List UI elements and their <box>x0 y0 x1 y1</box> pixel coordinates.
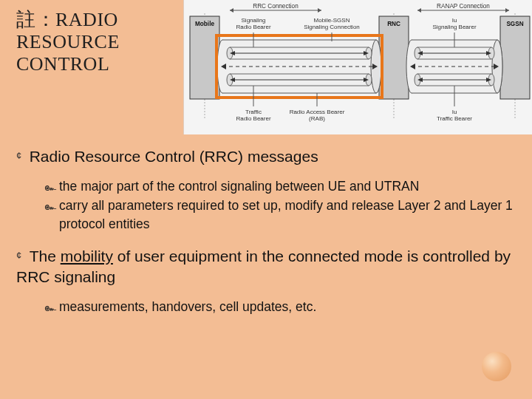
bullet-icon: ¢ <box>16 150 21 161</box>
bullet-2: ¢ The mobility of user equipment in the … <box>16 246 516 288</box>
slide-body: ¢ Radio Resource Control (RRC) messages … <box>16 146 516 330</box>
swirl-icon: ๛ <box>44 200 56 212</box>
bullet-2-text: The mobility of user equipment in the co… <box>16 248 511 285</box>
node-rnc: RNC <box>387 21 400 27</box>
bullet-1-sub-1: ๛the major part of the control signaling… <box>44 177 516 195</box>
underlined-word: mobility <box>61 248 113 265</box>
bullet-2-sub-1: ๛measurements, handovers, cell updates, … <box>44 298 516 316</box>
network-diagram: RRC Connection RANAP Connection Mobile R… <box>183 0 532 134</box>
title-line-2: RESOURCE <box>16 31 142 53</box>
title-line-1: 註：RADIO <box>16 9 142 31</box>
bullet-icon: ¢ <box>16 250 21 261</box>
slide-title: 註：RADIO RESOURCE CONTROL <box>16 9 142 75</box>
bullet-1-sub-1-text: the major part of the control signaling … <box>59 179 419 194</box>
swirl-icon: ๛ <box>44 301 56 313</box>
cylinder-right <box>406 40 502 93</box>
node-mobile: Mobile <box>195 21 214 27</box>
bullet-2-sub-1-text: measurements, handovers, cell updates, e… <box>59 299 316 314</box>
bullet-2-subs: ๛measurements, handovers, cell updates, … <box>44 298 516 316</box>
cylinder-left <box>217 40 381 93</box>
bullet-1: ¢ Radio Resource Control (RRC) messages <box>16 146 516 167</box>
svg-rect-12 <box>500 16 530 99</box>
page-indicator-dot <box>482 352 511 381</box>
bullet-1-text: Radio Resource Control (RRC) messages <box>30 148 318 165</box>
label-ranap: RANAP Connection <box>437 3 490 10</box>
swirl-icon: ๛ <box>44 181 56 193</box>
bullet-1-sub-2-text: carry all parameters required to set up,… <box>59 198 513 231</box>
node-sgsn: SGSN <box>506 21 523 27</box>
title-line-3: CONTROL <box>16 53 142 75</box>
bullet-1-subs: ๛the major part of the control signaling… <box>44 177 516 232</box>
label-rrc: RRC Connection <box>253 3 299 10</box>
bullet-1-sub-2: ๛carry all parameters required to set up… <box>44 197 516 232</box>
